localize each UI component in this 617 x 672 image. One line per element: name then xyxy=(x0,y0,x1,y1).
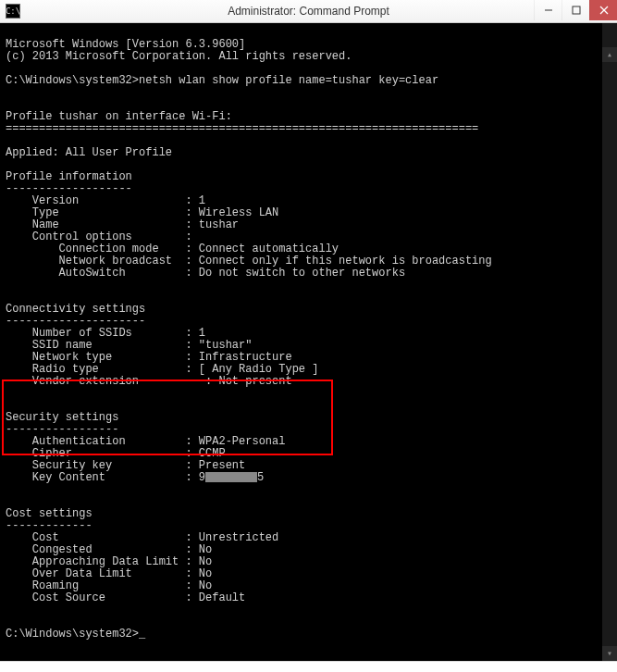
row-key: Cost Source : xyxy=(6,592,199,604)
console-output[interactable]: Microsoft Windows [Version 6.3.9600] (c)… xyxy=(0,23,617,661)
row-key: Vendor extension : xyxy=(6,376,218,388)
output-row: Key Content : 95 xyxy=(6,472,611,484)
title-bar: C:\ Administrator: Command Prompt xyxy=(0,0,617,23)
row-value-tail: 5 xyxy=(257,472,264,484)
window-controls xyxy=(534,0,617,20)
row-key: Key Content : xyxy=(6,472,199,484)
section-dash: --------------------- xyxy=(6,315,145,328)
scroll-up-button[interactable]: ▴ xyxy=(602,47,617,62)
output-row: AutoSwitch : Do not switch to other netw… xyxy=(6,268,611,280)
cost-rows: Cost : Unrestricted Congested : No Appro… xyxy=(6,532,611,604)
security-rows: Authentication : WPA2-Personal Cipher : … xyxy=(6,436,611,484)
section-dash: ------------- xyxy=(6,519,93,532)
section-title-cost: Cost settings xyxy=(6,507,93,520)
profile-header: Profile tushar on interface Wi-Fi: xyxy=(6,110,232,123)
prompt-path: C:\Windows\system32> xyxy=(6,628,139,641)
scroll-down-button[interactable]: ▾ xyxy=(602,646,617,661)
row-value: Present xyxy=(199,460,245,472)
cursor: _ xyxy=(139,628,145,641)
row-value: 9 xyxy=(199,472,205,484)
scrollbar[interactable]: ▴ ▾ xyxy=(602,23,617,661)
section-dash: ------------------- xyxy=(6,182,132,195)
output-row: Vendor extension : Not present xyxy=(6,376,611,388)
row-value: Do not switch to other networks xyxy=(199,268,405,280)
minimize-button[interactable] xyxy=(534,0,561,20)
close-button[interactable] xyxy=(589,0,617,20)
maximize-icon xyxy=(572,6,581,15)
section-title-security: Security settings xyxy=(6,411,118,424)
row-key: AutoSwitch : xyxy=(6,268,199,280)
row-value: tushar xyxy=(199,219,239,231)
section-dash: ----------------- xyxy=(6,423,118,436)
version-line: Microsoft Windows [Version 6.3.9600] xyxy=(6,38,245,51)
svg-rect-1 xyxy=(573,6,580,14)
row-value: Default xyxy=(199,592,245,604)
prompt-path: C:\Windows\system32> xyxy=(6,75,139,87)
window-title: Administrator: Command Prompt xyxy=(0,5,617,18)
close-icon xyxy=(599,6,609,15)
command-text: netsh wlan show profile name=tushar key=… xyxy=(139,75,438,87)
row-value: Not present xyxy=(218,376,291,388)
profile-info-rows: Version : 1 Type : Wireless LAN Name : t… xyxy=(6,195,611,280)
output-row: Cost Source : Default xyxy=(6,592,611,604)
app-icon: C:\ xyxy=(6,4,20,19)
copyright-line: (c) 2013 Microsoft Corporation. All righ… xyxy=(6,50,352,63)
redacted-segment xyxy=(205,472,257,482)
applied-line: Applied: All User Profile xyxy=(6,146,172,159)
section-title-profile: Profile information xyxy=(6,170,132,183)
maximize-button[interactable] xyxy=(561,0,589,20)
section-title-connectivity: Connectivity settings xyxy=(6,303,145,316)
minimize-icon xyxy=(544,6,553,15)
connectivity-rows: Number of SSIDs : 1 SSID name : "tushar"… xyxy=(6,328,611,388)
separator: ========================================… xyxy=(6,122,478,135)
